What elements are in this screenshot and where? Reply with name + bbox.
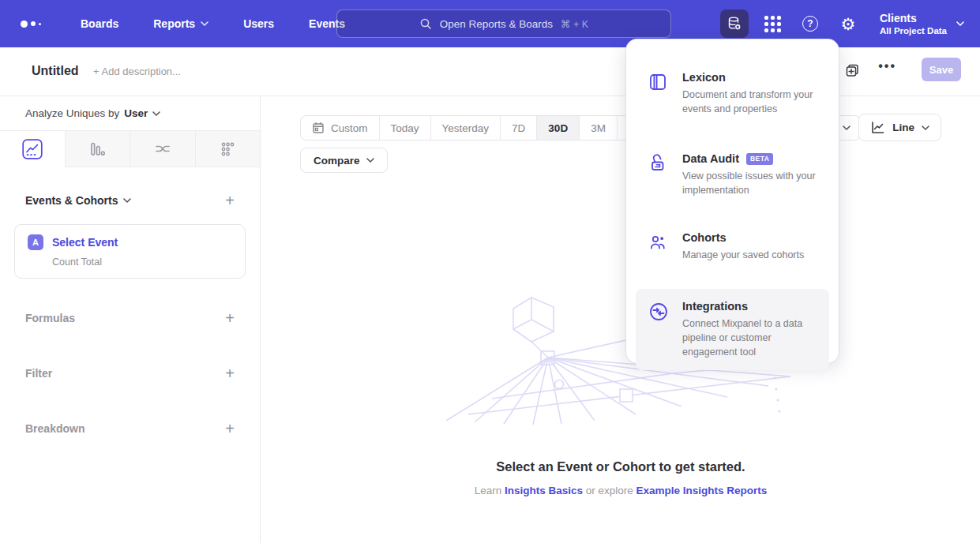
- chevron-down-icon: [922, 125, 929, 130]
- event-row-card[interactable]: A Select Event Count Total: [14, 224, 246, 279]
- add-event-button[interactable]: +: [225, 193, 235, 208]
- people-icon: [648, 233, 667, 252]
- date-range-label: Yesterday: [442, 122, 490, 134]
- apps-grid-button[interactable]: [758, 9, 787, 38]
- date-range-label: Custom: [331, 122, 368, 134]
- duplicate-button[interactable]: [844, 62, 862, 80]
- nav-reports[interactable]: Reports: [153, 17, 208, 30]
- menu-item-description: Document and transform your events and p…: [682, 88, 824, 116]
- menu-item-title: Integrations: [682, 300, 748, 313]
- date-range-30d[interactable]: 30D: [536, 116, 579, 140]
- chart-type-dropdown[interactable]: Line: [858, 114, 941, 141]
- chevron-down-icon: [366, 158, 374, 163]
- filter-label: Filter: [25, 367, 52, 380]
- menu-item-description: View possible issues with your implement…: [682, 169, 824, 197]
- bar-chart-icon: [88, 140, 107, 159]
- subtitle-text: or explore: [583, 485, 636, 496]
- date-range-label: 3M: [591, 122, 606, 134]
- empty-state-title: Select an Event or Cohort to get started…: [261, 459, 980, 474]
- menu-item-title: Data Audit: [682, 152, 739, 165]
- analyze-label: Analyze Uniques by: [25, 107, 119, 119]
- example-reports-link[interactable]: Example Insights Reports: [636, 485, 768, 496]
- save-button[interactable]: Save: [922, 58, 961, 81]
- settings-button[interactable]: ⚙: [834, 9, 862, 38]
- project-selector[interactable]: Clients All Project Data: [880, 12, 964, 36]
- count-total-selector[interactable]: Count Total: [52, 257, 232, 268]
- menu-item-integrations[interactable]: Integrations Connect Mixpanel to a data …: [636, 289, 829, 370]
- date-range-today[interactable]: Today: [379, 116, 430, 140]
- date-range-label: Today: [391, 122, 419, 134]
- chevron-down-icon: [123, 198, 131, 203]
- chevron-down-icon: [843, 125, 850, 130]
- analyze-value: User: [124, 107, 148, 119]
- tab-bar-chart[interactable]: [65, 131, 130, 167]
- tab-flow-chart[interactable]: [130, 131, 195, 167]
- add-filter-button[interactable]: +: [225, 365, 235, 381]
- analyze-by-dropdown[interactable]: User: [124, 107, 160, 119]
- search-shortcut: ⌘ + K: [561, 18, 588, 30]
- gear-icon: ⚙: [841, 16, 856, 32]
- database-gear-icon: [727, 16, 742, 32]
- query-builder-sidebar: Analyze Uniques by User: [0, 96, 261, 543]
- compare-label: Compare: [314, 155, 360, 167]
- nav-boards[interactable]: Boards: [81, 17, 118, 30]
- data-management-menu: Lexicon Document and transform your even…: [626, 39, 839, 363]
- menu-item-title: Cohorts: [682, 231, 727, 244]
- subtitle-text: Learn: [475, 485, 505, 496]
- dot-grid-icon: [218, 140, 237, 159]
- data-management-button[interactable]: [720, 9, 749, 38]
- chevron-down-icon: [152, 111, 160, 116]
- date-range-yesterday[interactable]: Yesterday: [430, 116, 501, 140]
- beta-badge: BETA: [746, 153, 774, 165]
- chart-type-label: Line: [892, 122, 914, 133]
- report-title[interactable]: Untitled: [32, 64, 79, 78]
- mixpanel-logo-icon[interactable]: [21, 21, 49, 28]
- tab-metrics-grid[interactable]: [195, 131, 261, 167]
- search-placeholder: Open Reports & Boards: [440, 18, 553, 30]
- menu-item-cohorts[interactable]: Cohorts Manage your saved cohorts: [626, 220, 839, 273]
- date-range-custom[interactable]: Custom: [301, 116, 379, 140]
- chevron-down-icon: [956, 21, 964, 26]
- menu-item-data-audit[interactable]: Data Audit BETA View possible issues wit…: [626, 141, 839, 208]
- add-description-field[interactable]: + Add description...: [93, 66, 181, 77]
- breakdown-label: Breakdown: [25, 422, 84, 435]
- global-search-input[interactable]: Open Reports & Boards ⌘ + K: [336, 9, 671, 38]
- event-letter-badge: A: [28, 234, 43, 250]
- more-options-button[interactable]: •••: [878, 59, 896, 73]
- nav-users[interactable]: Users: [243, 17, 274, 30]
- project-name: All Project Data: [880, 26, 947, 36]
- nav-users-label: Users: [243, 17, 274, 30]
- menu-item-description: Manage your saved cohorts: [682, 248, 804, 262]
- add-formula-button[interactable]: +: [225, 310, 235, 326]
- sync-arrows-icon: [648, 301, 669, 322]
- menu-item-description: Connect Mixpanel to a data pipeline or c…: [682, 316, 817, 359]
- line-chart-icon: [22, 139, 43, 159]
- analyze-uniques-row: Analyze Uniques by User: [0, 96, 260, 131]
- date-range-segmented-control: Custom Today Yesterday 7D 30D 3M 6M: [300, 115, 655, 140]
- date-range-3m[interactable]: 3M: [579, 116, 617, 140]
- formulas-section: Formulas +: [25, 302, 235, 334]
- breakdown-section: Breakdown +: [25, 413, 235, 444]
- nav-boards-label: Boards: [81, 17, 118, 30]
- add-breakdown-button[interactable]: +: [225, 421, 235, 436]
- insights-basics-link[interactable]: Insights Basics: [505, 485, 583, 496]
- chart-type-tabs: [0, 131, 260, 167]
- date-range-label: 7D: [512, 122, 525, 134]
- select-event-button[interactable]: Select Event: [52, 236, 118, 249]
- menu-item-title: Lexicon: [682, 71, 726, 84]
- calendar-icon: [312, 122, 325, 134]
- nav-reports-label: Reports: [153, 17, 195, 30]
- help-button[interactable]: ?: [796, 9, 824, 38]
- duplicate-icon: [844, 62, 862, 80]
- audit-lock-icon: [648, 154, 667, 173]
- compare-dropdown[interactable]: Compare: [300, 148, 388, 173]
- date-range-7d[interactable]: 7D: [500, 116, 536, 140]
- date-range-label: 30D: [548, 122, 568, 134]
- menu-item-lexicon[interactable]: Lexicon Document and transform your even…: [626, 60, 839, 127]
- events-cohorts-header[interactable]: Events & Cohorts: [25, 194, 131, 207]
- formulas-label: Formulas: [25, 312, 75, 324]
- tab-line-chart[interactable]: [0, 131, 65, 167]
- line-chart-icon: [870, 120, 885, 135]
- events-cohorts-label: Events & Cohorts: [25, 194, 118, 207]
- flow-icon: [153, 140, 172, 159]
